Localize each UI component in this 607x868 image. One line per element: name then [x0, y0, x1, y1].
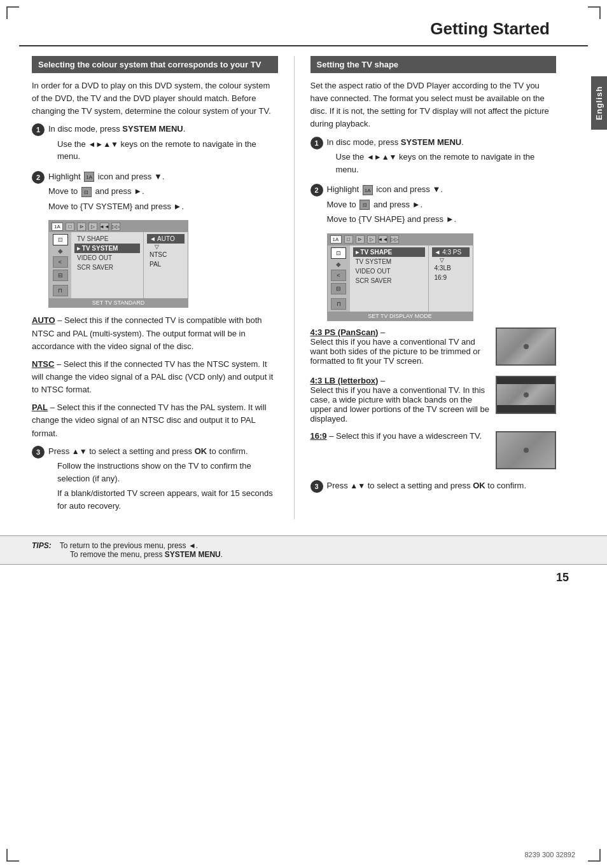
right-step1-bold: SYSTEM MENU: [401, 137, 461, 147]
corner-mark-tl: [6, 6, 19, 19]
left-menu-sub: ◄ AUTO ▽ NTSC PAL: [143, 232, 188, 298]
right-sidebar-icon2: <: [331, 270, 346, 281]
pal-text: – Select this if the connected TV has th…: [32, 403, 267, 437]
letterbox-image: [496, 376, 556, 414]
tips-line2-start: To remove the menu, press: [70, 550, 165, 559]
left-step1-num: 1: [32, 123, 45, 136]
left-menu-sidebar: ⊡ ◆ < ⊟ ⊓: [49, 232, 71, 298]
left-column: Selecting the colour system that corresp…: [32, 56, 278, 520]
left-section-header: Selecting the colour system that corresp…: [32, 56, 278, 73]
right-menu-sidebar: ⊡ ◆ < ⊟ ⊓: [328, 245, 350, 312]
tips-line2-end: .: [221, 550, 223, 559]
page: English Getting Started Selecting the co…: [0, 0, 607, 868]
left-menu-bottom: SET TV STANDARD: [49, 298, 188, 307]
right-step2-content: Highlight 1A icon and press ▼. Move to ⊡…: [327, 183, 557, 228]
tips-bar: TIPS: To return to the previous menu, pr…: [0, 535, 607, 565]
right-menu-mockup: 1A □ ⊳ ▷ ◄◄ ▷▷ ⊡ ◆ < ⊟: [327, 233, 557, 321]
left-menu-body: ⊡ ◆ < ⊟ ⊓ TV SHAPE ▸ TV SYSTEM VIDEO OUT: [49, 232, 188, 298]
left-sidebar-icon3: ⊟: [53, 270, 68, 281]
right-menu-icon-1a: 1A: [330, 235, 342, 244]
right-menu-icon-sq: □: [344, 235, 353, 244]
right-step1: 1 In disc mode, press SYSTEM MENU. Use t…: [310, 136, 557, 179]
right-step2-key3: ►: [446, 214, 454, 224]
left-step1-content: In disc mode, press SYSTEM MENU. Use the…: [48, 123, 278, 165]
left-step3-num: 3: [32, 446, 45, 458]
right-step2-line1: Highlight 1A icon and press ▼.: [327, 183, 557, 196]
left-step3-content: Press ▲▼ to select a setting and press O…: [48, 445, 278, 515]
right-menu-item-scrsaver: SCR SAVER: [353, 276, 425, 286]
right-menu-sub: ◄ 4:3 PS ▽ 4:3LB 16:9: [428, 245, 473, 312]
left-step2-content: Highlight 1A icon and press ▼. Move to ⊡…: [48, 170, 278, 216]
english-tab: English: [591, 76, 607, 130]
left-step3-main: Press ▲▼ to select a setting and press O…: [48, 445, 278, 458]
left-step2-line1: Highlight 1A icon and press ▼.: [48, 170, 278, 183]
left-menu-icon-rt: ⊳: [77, 223, 86, 231]
panscan-image: [496, 327, 556, 366]
left-sidebar-icon1: ⊡: [53, 234, 68, 245]
left-step2-key2: ►: [134, 186, 142, 196]
ntsc-desc: NTSC – Select this if the connected TV h…: [32, 358, 278, 396]
corner-mark-bl: [6, 849, 19, 862]
left-sidebar-arrow: ◆: [58, 247, 63, 254]
right-step2-key1: ▼: [432, 184, 440, 194]
widescreen-label: 16:9: [310, 431, 327, 441]
right-step1-text: In disc mode, press SYSTEM MENU.: [327, 136, 557, 149]
right-sidebar-arrow: ◆: [336, 261, 341, 268]
right-step1-indent: Use the ◄►▲▼ keys on the remote to navig…: [327, 151, 557, 176]
left-menu-item-videoout: VIDEO OUT: [74, 253, 140, 263]
panscan-dash: –: [380, 327, 385, 337]
left-step1: 1 In disc mode, press SYSTEM MENU. Use t…: [32, 123, 278, 165]
left-menu-icon-ff: ▷▷: [111, 223, 120, 231]
right-column: Setting the TV shape Set the aspect rati…: [310, 56, 557, 520]
left-step2-icon2: ⊡: [81, 187, 92, 197]
right-menu-bottom: SET TV DISPLAY MODE: [328, 312, 473, 320]
page-number: 15: [0, 565, 607, 591]
page-header: Getting Started: [19, 0, 588, 46]
right-menu-item-tvsystem: TV SYSTEM: [353, 257, 425, 266]
widescreen-image: [496, 431, 556, 469]
right-menu-item-tvshape: ▸ TV SHAPE: [353, 247, 425, 257]
corner-mark-tr: [588, 6, 601, 19]
left-sub-auto: ◄ AUTO: [147, 234, 185, 244]
right-step2-icon2: ⊡: [359, 200, 370, 210]
left-menu-icon-1a: 1A: [52, 223, 63, 231]
right-sub-169: 16:9: [432, 273, 470, 282]
widescreen-img-dot: [524, 448, 529, 453]
left-sub-pal: PAL: [147, 259, 185, 269]
right-menu-image: 1A □ ⊳ ▷ ◄◄ ▷▷ ⊡ ◆ < ⊟: [327, 233, 473, 321]
letterbox-bar-bottom: [497, 405, 555, 412]
right-step1-content: In disc mode, press SYSTEM MENU. Use the…: [327, 136, 557, 179]
right-intro: Set the aspect ratio of the DVD Player a…: [310, 79, 557, 131]
right-menu-item-videoout: VIDEO OUT: [353, 266, 425, 276]
tips-line2: To remove the menu, press SYSTEM MENU.: [70, 550, 223, 559]
left-step2-line2: Move to ⊡ and press ►.: [48, 185, 278, 198]
left-step3-navkeys: ▲▼: [72, 447, 87, 456]
letterbox-section: 4:3 LB (letterbox) – Select this if you …: [310, 376, 557, 424]
left-menu-item-tvshape: TV SHAPE: [74, 234, 140, 244]
right-menu-body: ⊡ ◆ < ⊟ ⊓ ▸ TV SHAPE TV SYSTEM VIDEO OUT: [328, 245, 473, 312]
left-menu-icon-pl: ▷: [88, 223, 97, 231]
column-divider: [294, 56, 295, 520]
pal-desc: PAL – Select this if the connected TV ha…: [32, 401, 278, 439]
left-sub-arrow: ▽: [147, 244, 185, 250]
left-step1-bold: SYSTEM MENU: [122, 124, 183, 134]
left-step1-indent: Use the ◄►▲▼ keys on the remote to navig…: [48, 138, 278, 163]
tips-line2-bold: SYSTEM MENU: [165, 550, 221, 559]
left-menu-topbar: 1A □ ⊳ ▷ ◄◄ ▷▷: [49, 221, 188, 232]
left-sidebar-icon4: ⊓: [53, 285, 68, 296]
right-sub-43ps: ◄ 4:3 PS: [432, 247, 470, 257]
right-step3: 3 Press ▲▼ to select a setting and press…: [310, 479, 557, 495]
corner-mark-br: [588, 849, 601, 862]
auto-text: – Select this if the connected TV is com…: [32, 315, 262, 350]
left-menu-item-tvsystem: ▸ TV SYSTEM: [74, 244, 140, 253]
right-step3-main: Press ▲▼ to select a setting and press O…: [327, 479, 557, 492]
right-step2-line3: Move to {TV SHAPE} and press ►.: [327, 213, 557, 226]
right-step2: 2 Highlight 1A icon and press ▼. Move to…: [310, 183, 557, 228]
tips-line1: To return to the previous menu, press ◄.: [60, 541, 198, 550]
left-menu-mockup: 1A □ ⊳ ▷ ◄◄ ▷▷ ⊡ ◆ < ⊟: [48, 220, 278, 308]
left-step3-indent2: If a blank/distorted TV screen appears, …: [48, 487, 278, 512]
left-step2-key3: ►: [174, 202, 182, 211]
right-step3-ok: OK: [473, 481, 485, 490]
left-step3: 3 Press ▲▼ to select a setting and press…: [32, 445, 278, 515]
left-step2-icon1: 1A: [84, 172, 94, 182]
